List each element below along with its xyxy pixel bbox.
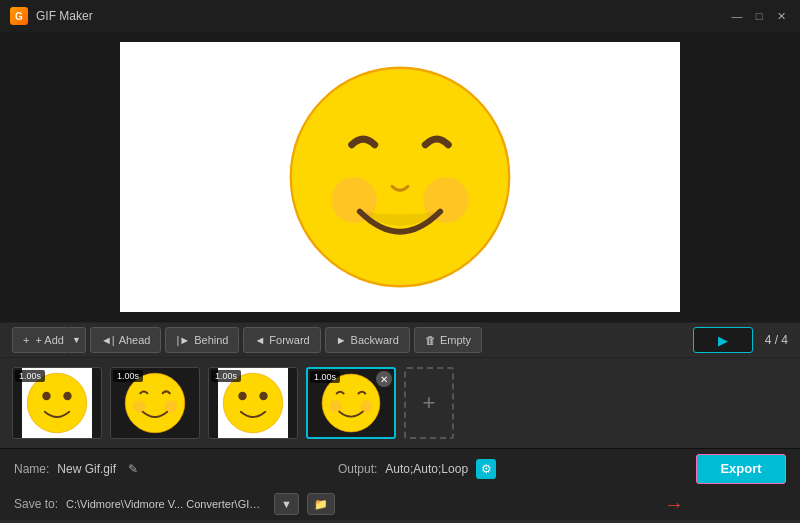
name-row: Name: New Gif.gif ✎ Output: Auto;Auto;Lo… — [14, 454, 786, 484]
frame-duration: 1.00s — [310, 371, 340, 383]
svg-point-6 — [63, 392, 71, 400]
output-label: Output: — [338, 462, 377, 476]
open-folder-button[interactable]: 📁 — [307, 493, 335, 515]
edit-name-icon[interactable]: ✎ — [128, 462, 138, 476]
add-icon: + — [23, 334, 29, 346]
behind-button[interactable]: |► Behind — [165, 327, 239, 353]
emoji-preview — [285, 62, 515, 292]
app-icon: G — [10, 7, 28, 25]
preview-canvas — [120, 42, 680, 312]
trash-icon: 🗑 — [425, 334, 436, 346]
svg-point-0 — [291, 68, 510, 287]
frame-duration: 1.00s — [211, 370, 241, 382]
frame-item-selected[interactable]: 1.00s ✕ Change Duration — [306, 367, 396, 439]
preview-area — [0, 32, 800, 322]
output-value: Auto;Auto;Loop — [385, 462, 468, 476]
frame-strip: 1.00s 1.00s 1.00s — [0, 358, 800, 448]
add-frame-button[interactable]: + — [404, 367, 454, 439]
svg-point-5 — [42, 392, 50, 400]
forward-button[interactable]: ◄ Forward — [243, 327, 320, 353]
output-settings-icon[interactable]: ⚙ — [476, 459, 496, 479]
add-dropdown-arrow[interactable]: ▼ — [68, 327, 86, 353]
ahead-icon: ◄| — [101, 334, 115, 346]
ahead-button[interactable]: ◄| Ahead — [90, 327, 162, 353]
svg-point-12 — [223, 373, 283, 433]
saveto-path: C:\Vidmore\Vidmore V... Converter\GIF Ma… — [66, 498, 266, 510]
frame-item[interactable]: 1.00s — [208, 367, 298, 439]
title-bar: G GIF Maker — □ ✕ — [0, 0, 800, 32]
toolbar: + + Add ▼ ◄| Ahead |► Behind ◄ Forward ►… — [0, 322, 800, 358]
empty-button[interactable]: 🗑 Empty — [414, 327, 482, 353]
backward-button[interactable]: ► Backward — [325, 327, 410, 353]
maximize-button[interactable]: □ — [750, 7, 768, 25]
frame-item[interactable]: 1.00s — [12, 367, 102, 439]
play-button[interactable]: ▶ — [693, 327, 753, 353]
frame-duration: 1.00s — [113, 370, 143, 382]
app-title: GIF Maker — [36, 9, 728, 23]
file-name: New Gif.gif — [57, 462, 116, 476]
name-label: Name: — [14, 462, 49, 476]
window-controls: — □ ✕ — [728, 7, 790, 25]
forward-icon: ◄ — [254, 334, 265, 346]
svg-point-13 — [238, 392, 246, 400]
svg-point-10 — [164, 400, 177, 413]
svg-point-9 — [133, 400, 146, 413]
open-folder-icon: 📁 — [314, 498, 328, 511]
folder-icon: ▼ — [281, 498, 292, 510]
saveto-row: Save to: C:\Vidmore\Vidmore V... Convert… — [14, 493, 786, 516]
minimize-button[interactable]: — — [728, 7, 746, 25]
play-icon: ▶ — [718, 333, 728, 348]
add-button[interactable]: + + Add — [12, 327, 69, 353]
frame-item[interactable]: 1.00s — [110, 367, 200, 439]
backward-icon: ► — [336, 334, 347, 346]
frame-duration: 1.00s — [15, 370, 45, 382]
svg-point-14 — [259, 392, 267, 400]
saveto-label: Save to: — [14, 497, 58, 511]
export-button[interactable]: Export — [696, 454, 786, 484]
export-arrow-indicator: → — [664, 493, 684, 516]
svg-point-18 — [360, 400, 372, 412]
svg-point-17 — [330, 400, 342, 412]
frame-counter: 4 / 4 — [765, 333, 788, 347]
bottom-bar: Name: New Gif.gif ✎ Output: Auto;Auto;Lo… — [0, 448, 800, 520]
frame-close-button[interactable]: ✕ — [376, 371, 392, 387]
svg-point-4 — [27, 373, 87, 433]
close-button[interactable]: ✕ — [772, 7, 790, 25]
browse-folder-button[interactable]: ▼ — [274, 493, 299, 515]
behind-icon: |► — [176, 334, 190, 346]
